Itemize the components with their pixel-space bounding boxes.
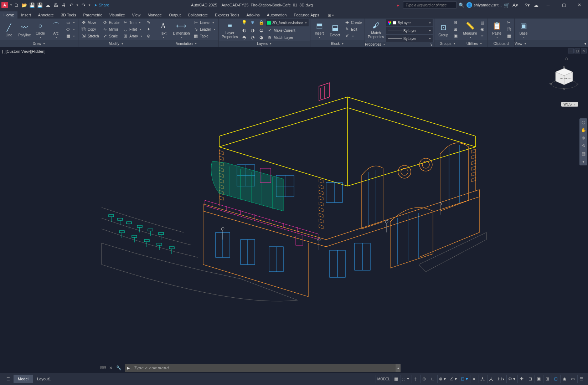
save-icon[interactable]: 💾 [29, 1, 36, 9]
redo-dropdown[interactable]: ▼ [88, 2, 91, 8]
polar-toggle[interactable]: ⊗ ▾ [437, 375, 447, 383]
layer-tool-8[interactable]: ◔ [249, 34, 257, 41]
search-play-icon[interactable]: ▸ [394, 1, 402, 9]
insert-button[interactable]: ⬒Insert▼ [312, 19, 327, 40]
copy-button[interactable]: ⿻Copy [80, 26, 100, 32]
panel-modify-title[interactable]: Modify▼ [78, 40, 154, 47]
add-layout-button[interactable]: + [55, 375, 65, 383]
close-button[interactable]: ✕ [572, 1, 587, 9]
tab-visualize[interactable]: Visualize [106, 11, 129, 19]
match-layer-button[interactable]: ≋Match Layer [266, 34, 295, 41]
home-view-icon[interactable]: ⌂ [565, 56, 568, 61]
isodraft-toggle[interactable]: ∠ ▾ [448, 375, 458, 383]
vp-maximize[interactable]: ▢ [574, 48, 580, 53]
cmd-customize-icon[interactable]: 🔧 [115, 365, 122, 371]
steering-wheel-icon[interactable]: ◎ [582, 120, 585, 125]
tab-insert[interactable]: Insert [17, 11, 35, 19]
hatch-button[interactable]: ▦▼ [64, 33, 77, 39]
util-3[interactable]: ≡ [478, 33, 486, 39]
lineweight-dropdown[interactable]: ByLayer▼ [386, 27, 433, 34]
app-menu-icon[interactable]: A [1, 2, 8, 8]
cut-button[interactable]: ✂ [505, 19, 513, 26]
clean-screen[interactable]: ▭ [569, 375, 577, 383]
new-icon[interactable]: 🗋 [13, 1, 20, 9]
tab-model[interactable]: Model [14, 375, 33, 383]
polyline-button[interactable]: 〰Polyline [17, 19, 32, 40]
array-button[interactable]: ⊞Array▼ [122, 33, 144, 39]
customization-menu[interactable]: ☰ [577, 375, 585, 383]
panel-block-title[interactable]: Block▼ [310, 40, 365, 47]
vp-close[interactable]: ✕ [581, 48, 587, 53]
move-button[interactable]: ✥Move [80, 19, 100, 26]
trim-button[interactable]: ✂Trim▼ [122, 19, 144, 26]
isolate-objects[interactable]: ⊡ [552, 375, 559, 383]
3dosnap-toggle[interactable]: ✕ [470, 375, 478, 383]
user-account[interactable]: 👤 shiyamdev.srit... [466, 2, 502, 8]
group-edit-button[interactable]: ⊞ [452, 26, 459, 32]
panel-properties-title[interactable]: Properties▼↘ [365, 42, 434, 47]
dimension-button[interactable]: ⟷Dimension▼ [171, 19, 191, 40]
explode-button[interactable]: ✦ [145, 26, 153, 32]
panel-layers-title[interactable]: Layers▼ [219, 41, 310, 47]
group-bbox-button[interactable]: ▣ [452, 33, 459, 39]
rectangle-button[interactable]: ▭▼ [64, 19, 77, 26]
tab-options[interactable]: ▣ ▾ [325, 12, 337, 19]
maximize-button[interactable]: ▢ [557, 1, 571, 9]
osnap-toggle[interactable]: ⊡ ▾ [459, 375, 469, 383]
grid-toggle[interactable]: ▦ [392, 375, 400, 383]
cmd-options-icon[interactable]: ⌨ [100, 365, 106, 371]
layer-tool-3[interactable]: 🔒 [257, 19, 265, 26]
vp-minimize[interactable]: ─ [568, 48, 574, 53]
line-button[interactable]: ╱Line [1, 19, 16, 40]
autodesk-app-icon[interactable]: A▾ [512, 1, 519, 9]
panel-groups-title[interactable]: Groups▼ [434, 40, 461, 47]
base-button[interactable]: ▣Base▼ [516, 19, 531, 40]
app-menu-dropdown[interactable]: ▼ [9, 2, 13, 8]
arc-button[interactable]: ⌒Arc▼ [48, 19, 63, 40]
linetype-dropdown[interactable]: ByLayer▼ [386, 35, 433, 42]
orbit-icon[interactable]: ⟲ [582, 143, 585, 148]
command-input[interactable]: ▶_ Type a command [125, 364, 396, 372]
make-current-button[interactable]: ✓Make Current [266, 27, 297, 34]
ortho-toggle[interactable]: ∟ [429, 375, 437, 383]
tab-annotate[interactable]: Annotate [35, 11, 57, 19]
annotation-monitor[interactable]: ✚ [517, 375, 525, 383]
showmotion-icon[interactable]: ▦ [582, 151, 586, 156]
layer-tool-6[interactable]: ◒ [257, 27, 265, 34]
layer-tool-9[interactable]: ◕ [257, 34, 265, 41]
tab-home[interactable]: Home [0, 11, 17, 19]
panel-utilities-title[interactable]: Utilities▼ [461, 40, 488, 47]
plot-icon[interactable]: 🖶 [52, 1, 59, 9]
web-mobile-icon[interactable]: ☁ [44, 1, 51, 9]
units-toggle[interactable]: ⊡ [526, 375, 534, 383]
panel-draw-title[interactable]: Draw▼ [0, 40, 78, 47]
match-properties-button[interactable]: 🖌Match Properties [366, 19, 386, 40]
tab-express-tools[interactable]: Express Tools [211, 11, 243, 19]
layout-menu-icon[interactable]: ☰ [3, 375, 14, 384]
ungroup-button[interactable]: ⊟ [452, 19, 459, 26]
layer-tool-2[interactable]: ❄ [249, 19, 257, 26]
model-space-button[interactable]: MODEL [376, 375, 392, 383]
tab-parametric[interactable]: Parametric [80, 11, 106, 19]
lineweight-toggle[interactable]: 人 [479, 375, 486, 383]
print-icon[interactable]: 🖨 [60, 1, 67, 9]
hardware-accel[interactable]: ◉ [560, 375, 568, 383]
tab-manage[interactable]: Manage [144, 11, 165, 19]
circle-button[interactable]: ○Circle▼ [33, 19, 48, 40]
cmd-close-icon[interactable]: ✕ [108, 365, 114, 371]
util-1[interactable]: ▤ [478, 19, 486, 26]
leader-button[interactable]: ↘Leader▼ [192, 26, 217, 32]
scale-button[interactable]: ⤢Scale [101, 33, 121, 39]
nav-more-icon[interactable]: ▾ [582, 159, 584, 164]
minimize-button[interactable]: ─ [541, 1, 555, 9]
layer-tool-4[interactable]: ◐ [240, 27, 248, 34]
infer-toggle[interactable]: ⊹ [412, 375, 419, 383]
pan-icon[interactable]: ✋ [581, 128, 586, 133]
undo-icon[interactable]: ↶ [68, 1, 75, 9]
tab-automation[interactable]: Automation [263, 11, 290, 19]
command-history-toggle[interactable]: ▴ [396, 364, 401, 372]
measure-button[interactable]: 📏Measure▼ [463, 19, 478, 40]
util-2[interactable]: ◉ [478, 26, 486, 32]
transparency-toggle[interactable]: 人 [487, 375, 495, 383]
tab-output[interactable]: Output [165, 11, 184, 19]
